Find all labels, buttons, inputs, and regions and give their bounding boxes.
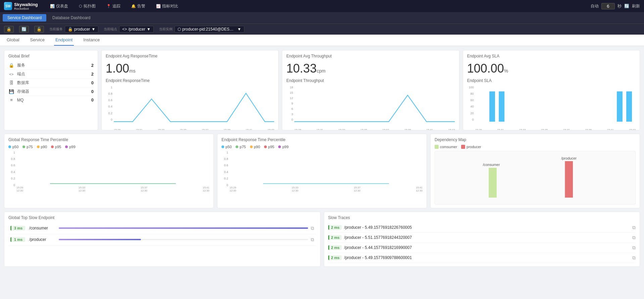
nav-trace[interactable]: 📍 追踪 <box>104 2 122 10</box>
slow-ep-item-1: 1 ms /producer ⧉ <box>8 234 316 246</box>
tab-instance[interactable]: Instance <box>82 35 101 46</box>
global-percentile-chart: 10.80.60.40.20 15:2912:3015:3312:3015:37… <box>8 151 209 192</box>
trace-item-2: 2 ms /producer - 5.44.15776918216990007 … <box>328 243 636 253</box>
svg-rect-6 <box>565 161 573 198</box>
ep-percentile-svg <box>230 151 423 184</box>
instance-selector-group: 当前实例 ⬡ producer-pid:21540@DESKTO... ▼ <box>159 26 244 33</box>
sla-value: 100.00% <box>467 61 636 76</box>
response-time-chart: 10.80.60.40.20 15:2912:3015:3112:3015:33… <box>106 86 274 126</box>
tab-service-dashboard[interactable]: Service Dashboard <box>3 14 46 22</box>
instance-selector[interactable]: ⬡ producer-pid:21540@DESKTO... ▼ <box>175 26 244 33</box>
content-tab-bar: Global Service Endpoint Instance <box>0 35 644 46</box>
throughput-chart: 1815129630 15:2912:3015:3112:3015:3312:3… <box>286 86 455 126</box>
nav-topology[interactable]: ⬡ 拓扑图 <box>77 2 98 10</box>
endpoint-avg-response-card: Endpoint Avg ResponseTime 1.00ms Endpoin… <box>101 50 279 130</box>
alarm-icon: 🔔 <box>131 4 136 8</box>
endpoint-response-percentile-card: Endpoint Response Time Percentile p50 p7… <box>217 134 427 208</box>
unlock-button[interactable]: 🔓 <box>34 26 44 33</box>
code-icon: <> <box>122 27 127 32</box>
copy-icon-1[interactable]: ⧉ <box>311 237 314 243</box>
dependency-map-card: Dependency Map comsumer producer /consum… <box>430 134 640 208</box>
slow-ep-progress-0 <box>59 227 308 229</box>
trace-badge-1: 2 ms <box>328 235 342 240</box>
p75-dot <box>22 145 25 148</box>
toolbar: 🔒 🔄 🔓 当前服务 🔒 producer ▼ 当前端点 <> /produce… <box>0 24 644 35</box>
dep-map-visual: /consumer /producer <box>435 151 636 205</box>
dep-map-legend: comsumer producer <box>435 145 636 149</box>
trace-copy-0[interactable]: ⧉ <box>632 225 636 230</box>
sla-x-axis: 15:2912:3015:3112:3015:3312:3015:3512:30… <box>475 128 636 130</box>
legend-p90: p90 <box>37 145 47 149</box>
topology-icon: ⬡ <box>79 4 82 8</box>
storage-icon-brief: 💾 <box>8 89 14 94</box>
refresh-button[interactable]: 🔄 <box>19 26 29 33</box>
refresh-interval-input[interactable] <box>601 3 615 9</box>
lock-button[interactable]: 🔒 <box>4 26 14 33</box>
g-percentile-svg <box>16 151 209 184</box>
endpoint-avg-throughput-card: Endpoint Avg Throughput 10.33cpm Endpoin… <box>282 50 459 130</box>
trace-copy-3[interactable]: ⧉ <box>632 255 636 261</box>
row-1: Global Brief 🔒 服务 2 <> 端点 2 🗄 数据库 0 💾 存储… <box>4 50 640 130</box>
logo-icon: SW <box>4 2 12 10</box>
trace-copy-2[interactable]: ⧉ <box>632 245 636 251</box>
svg-text:/producer: /producer <box>561 156 577 160</box>
brief-item-mq: ≡ MQ 0 <box>8 96 94 104</box>
slow-ep-item-0: 3 ms /consumer ⧉ <box>8 223 316 234</box>
svg-rect-1 <box>499 91 504 122</box>
dep-legend-producer: producer <box>461 145 481 149</box>
svg-text:/consumer: /consumer <box>483 163 500 167</box>
tab-database-dashboard[interactable]: Database Dashboard <box>48 14 95 22</box>
svg-rect-3 <box>626 91 632 122</box>
sla-chart: 100806040200 15:2912:3015:3112:3015:3312… <box>467 86 636 126</box>
brief-item-service: 🔒 服务 2 <box>8 61 94 70</box>
service-selector[interactable]: 🔒 producer ▼ <box>65 26 98 33</box>
chevron-down-icon-3: ▼ <box>237 27 241 32</box>
slow-ep-badge-1: 1 ms <box>10 237 25 242</box>
tab-service[interactable]: Service <box>29 35 46 46</box>
p95-dot <box>51 145 54 148</box>
trace-item-1: 2 ms /producer - 5.51.15776918244320007 … <box>328 233 636 243</box>
ep-legend-p75: p75 <box>236 145 246 149</box>
ep-legend-p50: p50 <box>221 145 232 149</box>
trace-badge-3: 2 ms <box>328 255 342 260</box>
sla-chart-svg <box>475 86 636 126</box>
tab-global[interactable]: Global <box>5 35 21 46</box>
service-icon-brief: 🔒 <box>8 63 14 68</box>
global-response-percentile-card: Global Response Time Percentile p50 p75 … <box>4 134 214 208</box>
endpoint-avg-sla-card: Endpoint Avg SLA 100.00% Endpoint SLA 10… <box>463 50 640 130</box>
top-navigation: SW Skywalking Rocketbot 📊 仪表盘 ⬡ 拓扑图 📍 追踪… <box>0 0 644 12</box>
endpoint-percentile-chart: 10.80.60.40.20 15:2912:3015:3312:3015:37… <box>221 151 423 192</box>
trace-copy-1[interactable]: ⧉ <box>632 235 636 241</box>
copy-icon-0[interactable]: ⧉ <box>311 225 314 231</box>
service-selector-group: 当前服务 🔒 producer ▼ <box>49 26 98 33</box>
row-2: Global Response Time Percentile p50 p75 … <box>4 134 640 208</box>
throughput-chart-svg <box>294 86 455 126</box>
endpoint-selector[interactable]: <> /producer ▼ <box>119 26 154 33</box>
chevron-down-icon: ▼ <box>91 27 95 32</box>
nav-alarm[interactable]: 🔔 告警 <box>129 2 147 10</box>
compare-icon: 📈 <box>156 4 161 8</box>
response-chart-svg <box>114 86 274 126</box>
sla-y-axis: 100806040200 <box>467 86 474 126</box>
endpoint-selector-group: 当前端点 <> /producer ▼ <box>104 26 154 33</box>
ep-legend-p90: p90 <box>250 145 260 149</box>
global-brief-title: Global Brief <box>8 54 94 58</box>
throughput-value: 10.33cpm <box>286 61 455 76</box>
throughput-x-axis: 15:2912:3015:3112:3015:3312:3015:3512:30… <box>294 128 455 130</box>
nav-compare[interactable]: 📈 指标对比 <box>154 2 180 10</box>
endpoint-icon-brief: <> <box>8 72 14 76</box>
tab-endpoint[interactable]: Endpoint <box>54 35 74 46</box>
slow-ep-badge-0: 3 ms <box>10 226 25 230</box>
logo: SW Skywalking Rocketbot <box>4 2 38 10</box>
nav-dashboard[interactable]: 📊 仪表盘 <box>48 2 70 10</box>
nav-right-controls: 自动 秒 🔄 刷新 <box>591 3 640 9</box>
global-percentile-legend: p50 p75 p90 p95 p99 <box>8 145 209 149</box>
legend-p95: p95 <box>51 145 61 149</box>
response-x-axis: 15:2912:3015:3112:3015:3312:3015:3512:30… <box>114 128 274 130</box>
app-name: Skywalking <box>14 2 38 7</box>
trace-badge-2: 2 ms <box>328 245 342 250</box>
legend-p75: p75 <box>22 145 33 149</box>
trace-badge-0: 2 ms <box>328 225 342 230</box>
p99-dot <box>65 145 68 148</box>
global-brief-card: Global Brief 🔒 服务 2 <> 端点 2 🗄 数据库 0 💾 存储… <box>4 50 98 130</box>
